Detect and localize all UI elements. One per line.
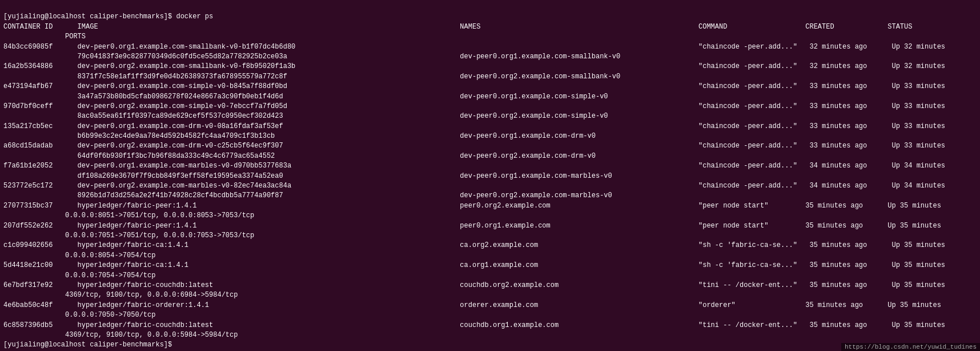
status-bar: https://blog.csdn.net/yuwid_tudines xyxy=(841,343,980,351)
terminal-content: CONTAINER ID IMAGE NAMES COMMAND CREAT xyxy=(3,22,977,350)
prompt-top: [yujialing@localhost caliper-benchmarks]… xyxy=(3,13,213,21)
terminal: [yujialing@localhost caliper-benchmarks]… xyxy=(3,2,977,22)
